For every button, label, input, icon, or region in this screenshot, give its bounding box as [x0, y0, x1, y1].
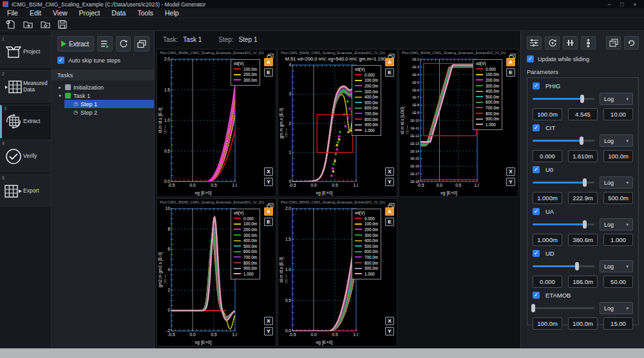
- open-project-button[interactable]: [22, 19, 33, 30]
- param-slider-etamob[interactable]: [533, 307, 594, 309]
- refresh-button[interactable]: [116, 36, 131, 52]
- param-checkbox-cit[interactable]: ✓: [533, 124, 540, 131]
- param-value-field[interactable]: 380.6m: [568, 234, 598, 246]
- run-list-button[interactable]: [97, 36, 113, 52]
- tree-item-step-2[interactable]: ◷Step 2: [57, 108, 149, 117]
- menu-file[interactable]: File: [1, 9, 24, 17]
- minimize-button[interactable]: –: [603, 1, 616, 8]
- slider-thumb[interactable]: [583, 220, 587, 229]
- chart-3[interactable]: -0.50.00.51.01E-21E-31E-41E-51E-61E-71E-…: [399, 56, 479, 196]
- param-checkbox-phig[interactable]: ✓: [533, 82, 540, 90]
- auto-scale-button[interactable]: A: [385, 207, 394, 216]
- edit-button[interactable]: E: [264, 68, 273, 77]
- auto-scale-button[interactable]: A: [385, 58, 394, 66]
- slider-thumb[interactable]: [575, 262, 579, 270]
- param-value-field[interactable]: 1.610m: [568, 150, 598, 162]
- cascade-windows-button[interactable]: [134, 36, 149, 52]
- edit-button[interactable]: E: [264, 218, 273, 226]
- scale-select-ud[interactable]: Log▾: [600, 260, 633, 272]
- scale-select-etamob[interactable]: Log▾: [600, 302, 633, 314]
- slider-thumb[interactable]: [580, 137, 583, 145]
- chart-4[interactable]: -0.50.00.51.0-20246810vg [E+0]gm2.m gm2.…: [157, 205, 237, 346]
- y-axis-button[interactable]: Y: [264, 327, 273, 335]
- scale-select-phig[interactable]: Log▾: [600, 93, 633, 105]
- nav-item-project[interactable]: 1Project: [0, 35, 51, 69]
- auto-skip-checkbox[interactable]: ✓: [57, 57, 64, 64]
- scale-select-cit[interactable]: Log▾: [600, 135, 633, 147]
- x-axis-button[interactable]: X: [385, 167, 394, 176]
- param-min-field[interactable]: 0.000: [533, 276, 562, 288]
- menu-help[interactable]: Help: [159, 9, 185, 17]
- slider-thumb[interactable]: [580, 95, 584, 103]
- y-axis-button[interactable]: Y: [385, 327, 394, 335]
- param-checkbox-u0[interactable]: ✓: [533, 166, 540, 173]
- param-max-field[interactable]: 15.00: [603, 317, 633, 330]
- slider-thumb[interactable]: [583, 178, 587, 187]
- menu-view[interactable]: View: [47, 9, 73, 17]
- close-button[interactable]: ×: [629, 1, 641, 8]
- param-slider-cit[interactable]: [533, 140, 594, 142]
- undo-button[interactable]: [624, 36, 639, 50]
- edit-button[interactable]: E: [506, 68, 515, 77]
- scale-select-u0[interactable]: Log▾: [600, 176, 633, 189]
- tune-range-button[interactable]: [563, 36, 578, 50]
- maximize-button[interactable]: □: [616, 1, 629, 8]
- y-axis-button[interactable]: Y: [264, 178, 273, 186]
- param-max-field[interactable]: 500.0m: [603, 192, 633, 204]
- update-while-sliding-row[interactable]: ✓ Update while sliding: [527, 55, 639, 62]
- project-settings-button[interactable]: [39, 19, 51, 30]
- edit-button[interactable]: E: [385, 218, 394, 226]
- param-min-field[interactable]: 1.000m: [533, 234, 562, 246]
- chart-5[interactable]: -0.50.00.51.00.00.51.01.52.0vg [E+0]id.m…: [278, 205, 358, 346]
- scale-select-ua[interactable]: Log▾: [600, 218, 633, 231]
- auto-scale-button[interactable]: A: [506, 58, 515, 66]
- param-max-field[interactable]: 100.0m: [603, 150, 633, 162]
- param-max-field[interactable]: 50.00: [603, 276, 633, 288]
- chevron-icon[interactable]: ▸: [57, 85, 62, 90]
- run-extract-button[interactable]: Extract: [57, 36, 94, 52]
- param-min-field[interactable]: 100.0m: [533, 317, 562, 330]
- menu-project[interactable]: Project: [73, 9, 106, 17]
- tree-item-initialization[interactable]: ▸Initialization: [57, 83, 149, 91]
- new-project-button[interactable]: [5, 19, 16, 30]
- tree-item-step-1[interactable]: ◷Step 1: [64, 100, 154, 108]
- menu-edit[interactable]: Edit: [24, 9, 47, 17]
- chart-2[interactable]: -0.50.00.51.001234vg [E+0]gm.m gm.s [E-3…: [278, 62, 358, 196]
- auto-skip-row[interactable]: ✓ Auto skip tune steps: [57, 57, 149, 64]
- chart-1[interactable]: -0.50.00.51.00.00.51.01.52.0vg [E+0]id.m…: [157, 56, 237, 196]
- param-checkbox-etamob[interactable]: ✓: [533, 292, 540, 299]
- x-axis-button[interactable]: X: [264, 167, 273, 176]
- param-checkbox-ua[interactable]: ✓: [533, 208, 540, 215]
- auto-scale-button[interactable]: A: [264, 207, 273, 216]
- param-value-field[interactable]: 222.9m: [568, 192, 598, 204]
- param-max-field[interactable]: 10.00: [603, 108, 633, 120]
- param-slider-ua[interactable]: [533, 223, 594, 225]
- reset-sliders-button[interactable]: [545, 36, 560, 50]
- param-min-field[interactable]: 100.0m: [533, 108, 562, 120]
- slider-thumb[interactable]: [531, 304, 535, 312]
- x-axis-button[interactable]: X: [385, 317, 394, 325]
- x-axis-button[interactable]: X: [264, 317, 273, 325]
- nav-item-export[interactable]: 5Export: [0, 174, 51, 208]
- nav-item-measured-data[interactable]: 2Measured Data: [0, 70, 51, 104]
- param-value-field[interactable]: 100.0m: [568, 317, 598, 330]
- tune-sliders-button[interactable]: [527, 36, 542, 50]
- param-min-field[interactable]: 1.000m: [533, 192, 562, 204]
- param-slider-phig[interactable]: [533, 98, 594, 100]
- y-axis-button[interactable]: Y: [506, 178, 515, 186]
- y-axis-button[interactable]: Y: [385, 178, 394, 186]
- update-while-sliding-checkbox[interactable]: ✓: [527, 55, 534, 62]
- param-value-field[interactable]: 186.0m: [568, 276, 598, 288]
- param-max-field[interactable]: 1.000: [603, 234, 633, 246]
- nav-item-verify[interactable]: 4Verify: [0, 140, 51, 173]
- tree-item-task-1[interactable]: ▾Task 1: [57, 91, 149, 100]
- param-slider-ud[interactable]: [533, 265, 594, 267]
- save-button[interactable]: [57, 19, 68, 30]
- menu-data[interactable]: Data: [106, 9, 131, 17]
- param-slider-u0[interactable]: [533, 182, 594, 184]
- param-min-field[interactable]: 0.000: [533, 150, 562, 162]
- tune-vertical-button[interactable]: [581, 36, 596, 50]
- auto-scale-button[interactable]: A: [264, 58, 273, 66]
- x-axis-button[interactable]: X: [506, 167, 515, 176]
- copy-parameters-button[interactable]: [606, 36, 621, 50]
